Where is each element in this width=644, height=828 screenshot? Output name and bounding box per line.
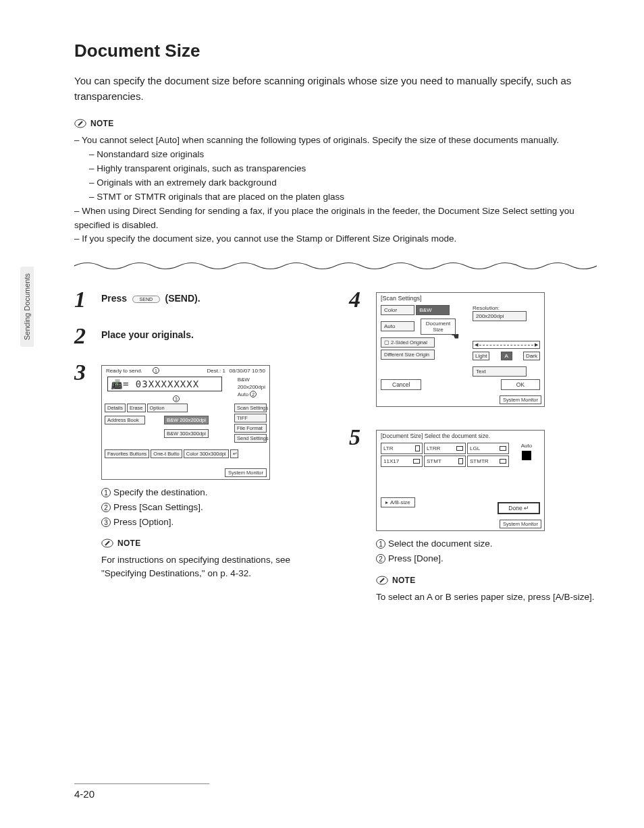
scan-settings-button[interactable]: Scan Settings [234, 404, 267, 412]
ok-button[interactable]: OK [501, 379, 540, 390]
arrow-right-icon: ▸ [385, 499, 388, 505]
done-button[interactable]: Done ↵ [498, 502, 540, 514]
size-label: STMT [427, 458, 441, 464]
density-a-button[interactable]: A [501, 352, 512, 360]
portrait-icon [458, 458, 463, 464]
fax-number-value: = 03XXXXXXXX [123, 379, 199, 389]
step5-substeps: 1Select the document size. 2Press [Done]… [376, 536, 597, 565]
landscape-icon [413, 459, 420, 464]
step-3: 3 Ready to send. 1 Dest.: 1 08/30/07 10:… [74, 361, 322, 580]
note-text: You cannot select [Auto] when scanning t… [82, 135, 559, 145]
summary-res: 200x200dpi [238, 384, 265, 391]
size-11x17-button[interactable]: 11X17 [381, 456, 423, 467]
two-sided-button[interactable]: ▢ 2-Sided Original [381, 337, 435, 348]
note-subitem: Nonstandard size originals [89, 148, 597, 162]
size-ltr-button[interactable]: LTR [381, 443, 423, 454]
bw-button[interactable]: B&W [416, 305, 450, 315]
tiff-button[interactable]: TIFF [234, 414, 267, 422]
step-number: 5 [349, 426, 367, 603]
auto-square-icon [522, 451, 531, 460]
callout-1-icon: 1 [153, 367, 159, 374]
fax-number-field[interactable]: 📠= 03XXXXXXXX [107, 377, 222, 391]
option-button[interactable]: Option [147, 404, 188, 412]
ready-label: Ready to send. [106, 368, 142, 374]
system-monitor-button[interactable]: System Monitor [225, 468, 267, 477]
size-ltrr-button[interactable]: LTRR [424, 443, 466, 454]
bw300-button[interactable]: B&W 300x300dpi [164, 429, 209, 438]
return-icon[interactable]: ↵ [230, 449, 238, 458]
bw200-button[interactable]: B&W 200x200dpi [164, 416, 209, 424]
ab-size-label: A/B-size [390, 499, 410, 505]
note-subitem: Highly transparent originals, such as tr… [89, 162, 597, 176]
scan-summary: B&W 200x200dpi Auto2 [238, 377, 265, 398]
size-label: STMTR [470, 458, 489, 464]
cancel-button[interactable]: Cancel [381, 379, 421, 390]
file-format-button[interactable]: File Format [234, 424, 267, 433]
note-label: NOTE [90, 119, 114, 128]
details-button[interactable]: Details [105, 404, 126, 412]
slider-left-arrow-icon[interactable]: ◀ [475, 342, 478, 348]
diff-size-button[interactable]: Different Size Origin [381, 350, 435, 360]
intro-paragraph: You can specify the document size before… [74, 74, 597, 104]
top-notes-list: You cannot select [Auto] when scanning t… [74, 134, 597, 246]
callout-3-icon: 3 [173, 395, 180, 402]
color-button[interactable]: Color [381, 305, 414, 315]
step-number: 2 [74, 325, 92, 348]
size-stmt-button[interactable]: STMT [424, 456, 466, 467]
erase-button[interactable]: Erase [127, 404, 146, 412]
pencil-icon [74, 117, 86, 130]
step5-note-heading: NOTE [376, 574, 597, 586]
size-label: LGL [470, 445, 480, 451]
system-monitor-button[interactable]: System Monitor [500, 395, 541, 404]
favorites-button[interactable]: Favorites Buttons [105, 449, 149, 458]
ab-size-button[interactable]: ▸A/B-size [381, 497, 415, 507]
auto-label: Auto [521, 443, 532, 449]
size-stmtr-button[interactable]: STMTR [467, 456, 509, 467]
note-item: You cannot select [Auto] when scanning t… [74, 134, 597, 204]
note-item: When using Direct Sending for sending a … [74, 204, 597, 233]
dark-button[interactable]: Dark [523, 352, 540, 360]
portrait-icon [415, 445, 420, 451]
dest-count: Dest.: 1 [207, 368, 225, 374]
auto-size-button[interactable]: Auto [381, 321, 414, 331]
landscape-icon [500, 446, 506, 451]
send-main-screen: Ready to send. 1 Dest.: 1 08/30/07 10:50… [101, 365, 270, 480]
density-slider[interactable]: ◀ ▶ [473, 341, 540, 349]
system-monitor-button[interactable]: System Monitor [500, 520, 541, 528]
step-number: 4 [349, 288, 367, 412]
two-sided-label: 2-Sided Original [391, 339, 427, 346]
size-lgl-button[interactable]: LGL [467, 443, 509, 454]
step3-sub1: Specify the destination. [113, 487, 208, 497]
slider-right-arrow-icon[interactable]: ▶ [535, 342, 538, 348]
onetouch-button[interactable]: One-t Butto [151, 449, 182, 458]
page-number: 4-20 [74, 783, 209, 800]
pointer-hand-icon: ☚ [451, 331, 460, 341]
step-2: 2 Place your originals. [74, 325, 322, 348]
step5-sub2: Press [Done]. [388, 553, 444, 563]
send-settings-button[interactable]: Send Settings [234, 434, 267, 443]
wave-divider [74, 261, 597, 271]
address-book-button[interactable]: Address Book [105, 416, 145, 424]
step-1: 1 Press SEND (SEND). [74, 288, 322, 311]
size-label: LTRR [427, 445, 440, 451]
note-item: If you specify the document size, you ca… [74, 232, 597, 246]
step3-sub3: Press [Option]. [113, 517, 173, 527]
landscape-icon [456, 446, 463, 451]
summary-mode: B&W [238, 377, 265, 383]
color300-button[interactable]: Color 300x300dpi [184, 449, 229, 458]
scan-settings-title: [Scan Settings] [381, 295, 422, 302]
step3-note-heading: NOTE [101, 537, 322, 549]
size-label: LTR [383, 445, 394, 451]
text-type-button[interactable]: Text [473, 366, 527, 377]
document-size-screen: [Document Size] Select the document size… [376, 430, 545, 531]
scan-settings-screen: [Scan Settings] Color B&W Auto ▢ 2-Sided… [376, 292, 545, 407]
datetime-label: 08/30/07 10:50 [230, 368, 265, 374]
resolution-value-button[interactable]: 200x200dpi [473, 311, 527, 321]
step5-sub1: Select the document size. [388, 539, 493, 549]
doc-size-title: [Document Size] Select the document size… [381, 433, 490, 439]
light-button[interactable]: Light [473, 352, 489, 360]
circled-3-icon: 3 [101, 518, 111, 527]
landscape-icon [500, 459, 506, 464]
note-label: NOTE [392, 576, 416, 585]
step2-text: Place your originals. [101, 329, 194, 340]
